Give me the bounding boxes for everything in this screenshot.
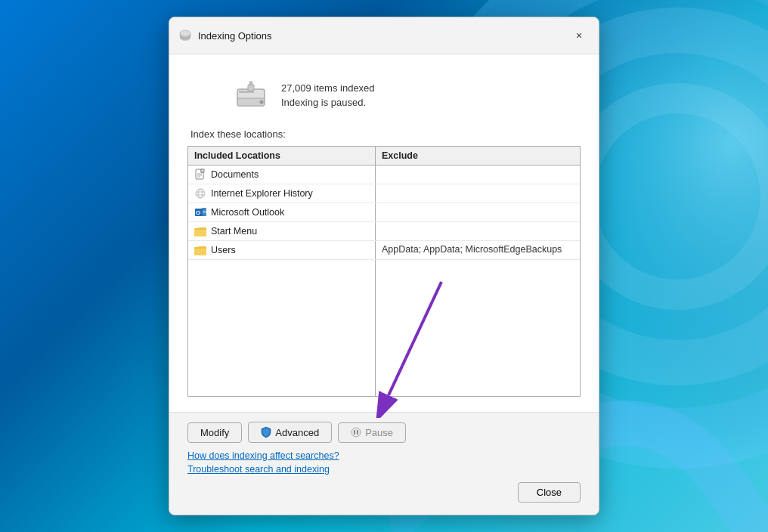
pause-button[interactable]: Pause	[338, 422, 406, 443]
modify-button[interactable]: Modify	[187, 422, 242, 443]
header-exclude: Exclude	[376, 147, 580, 165]
table-row: Start Menu	[188, 222, 580, 241]
locations-table-container: Included Locations Exclude	[187, 146, 581, 397]
table-spacer	[188, 260, 580, 396]
svg-rect-26	[202, 212, 206, 216]
svg-text:O: O	[196, 209, 200, 216]
folder-users-icon	[194, 244, 206, 256]
title-bar: Indexing Options ×	[169, 17, 599, 54]
table-body: Documents	[188, 165, 580, 396]
location-documents: Documents	[188, 165, 376, 184]
svg-rect-31	[357, 430, 358, 435]
svg-point-7	[180, 30, 190, 36]
folder-icon	[194, 225, 206, 237]
indexing-paused: Indexing is paused.	[281, 97, 375, 108]
locations-label: Index these locations:	[187, 128, 581, 140]
indexing-options-dialog: Indexing Options × 27,009 items i	[169, 17, 599, 515]
exclude-users: AppData; AppData; MicrosoftEdgeBackups	[376, 241, 580, 259]
location-name: Documents	[211, 169, 259, 180]
exclude-documents	[376, 165, 580, 184]
dialog-overlay: Indexing Options × 27,009 items i	[0, 0, 768, 532]
location-ie: Internet Explorer History	[188, 184, 376, 203]
svg-point-10	[260, 101, 264, 104]
svg-rect-13	[249, 82, 252, 85]
close-dialog-button[interactable]: Close	[518, 482, 581, 503]
hard-drive-icon	[233, 77, 269, 113]
location-startmenu: Start Menu	[188, 222, 376, 240]
location-name: Users	[211, 245, 236, 255]
svg-point-29	[351, 428, 361, 437]
exclude-outlook	[376, 203, 580, 221]
svg-rect-15	[201, 169, 204, 172]
exclude-startmenu	[376, 222, 580, 240]
header-included: Included Locations	[188, 147, 376, 165]
svg-point-19	[196, 189, 205, 198]
pause-icon	[351, 427, 361, 438]
location-outlook: O Microsoft Outlook	[188, 203, 376, 221]
status-text: 27,009 items indexed Indexing is paused.	[281, 82, 375, 108]
dialog-content: 27,009 items indexed Indexing is paused.…	[169, 54, 599, 412]
dialog-bottom: Modify Advanced Pause	[169, 412, 599, 515]
pause-label: Pause	[365, 427, 393, 438]
location-name: Microsoft Outlook	[211, 207, 284, 218]
location-name: Start Menu	[211, 226, 257, 237]
items-indexed: 27,009 items indexed	[281, 82, 375, 94]
dialog-title: Indexing Options	[198, 30, 272, 42]
ie-icon	[194, 187, 206, 200]
button-row: Modify Advanced Pause	[187, 422, 581, 443]
status-area: 27,009 items indexed Indexing is paused.	[187, 70, 581, 128]
exclude-ie	[376, 184, 580, 203]
advanced-label: Advanced	[275, 427, 319, 438]
location-users: Users	[188, 241, 376, 259]
document-icon	[194, 169, 206, 181]
table-row: Internet Explorer History	[188, 184, 580, 203]
indexing-icon	[178, 29, 192, 42]
outlook-icon: O	[194, 206, 206, 218]
table-row: Users AppData; AppData; MicrosoftEdgeBac…	[188, 241, 580, 260]
table-row: Documents	[188, 165, 580, 184]
table-row: O Microsoft Outlook	[188, 203, 580, 222]
shield-icon	[261, 426, 271, 438]
close-row: Close	[187, 482, 581, 503]
link-row: How does indexing affect searches? Troub…	[187, 450, 581, 475]
how-indexing-link[interactable]: How does indexing affect searches?	[187, 450, 581, 461]
close-button[interactable]: ×	[568, 25, 590, 46]
svg-rect-30	[354, 430, 355, 435]
location-name: Internet Explorer History	[211, 188, 313, 199]
table-header: Included Locations Exclude	[188, 147, 580, 165]
troubleshoot-link[interactable]: Troubleshoot search and indexing	[187, 464, 581, 475]
advanced-button[interactable]: Advanced	[248, 422, 332, 443]
svg-rect-25	[202, 208, 206, 212]
title-bar-left: Indexing Options	[178, 29, 272, 42]
